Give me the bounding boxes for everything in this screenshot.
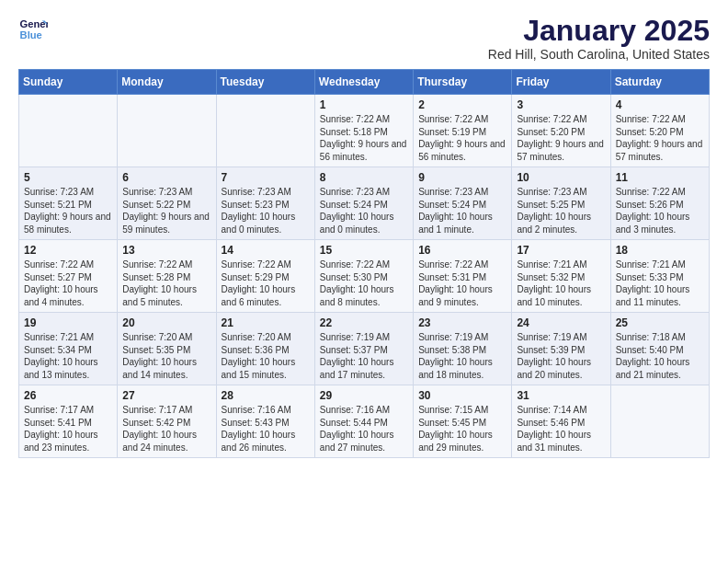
subtitle: Red Hill, South Carolina, United States bbox=[488, 47, 710, 62]
day-number: 2 bbox=[418, 98, 506, 111]
calendar-week-5: 26Sunrise: 7:17 AM Sunset: 5:41 PM Dayli… bbox=[19, 385, 710, 458]
calendar-cell: 4Sunrise: 7:22 AM Sunset: 5:20 PM Daylig… bbox=[610, 95, 709, 167]
day-number: 30 bbox=[418, 389, 506, 402]
calendar-cell: 13Sunrise: 7:22 AM Sunset: 5:28 PM Dayli… bbox=[118, 240, 216, 313]
day-number: 14 bbox=[222, 244, 310, 257]
day-info: Sunrise: 7:23 AM Sunset: 5:24 PM Dayligh… bbox=[418, 186, 506, 236]
day-info: Sunrise: 7:22 AM Sunset: 5:29 PM Dayligh… bbox=[222, 259, 310, 308]
day-number: 23 bbox=[418, 316, 506, 329]
calendar-cell: 24Sunrise: 7:19 AM Sunset: 5:39 PM Dayli… bbox=[512, 313, 610, 385]
calendar-cell: 31Sunrise: 7:14 AM Sunset: 5:46 PM Dayli… bbox=[512, 385, 610, 458]
calendar-cell: 22Sunrise: 7:19 AM Sunset: 5:37 PM Dayli… bbox=[314, 313, 413, 385]
calendar-cell: 6Sunrise: 7:23 AM Sunset: 5:22 PM Daylig… bbox=[118, 167, 216, 240]
day-info: Sunrise: 7:21 AM Sunset: 5:33 PM Dayligh… bbox=[616, 259, 704, 308]
day-number: 22 bbox=[320, 316, 408, 329]
day-info: Sunrise: 7:22 AM Sunset: 5:26 PM Dayligh… bbox=[616, 186, 704, 236]
day-info: Sunrise: 7:23 AM Sunset: 5:21 PM Dayligh… bbox=[24, 186, 112, 236]
day-info: Sunrise: 7:22 AM Sunset: 5:27 PM Dayligh… bbox=[24, 259, 112, 308]
day-number: 6 bbox=[122, 171, 210, 184]
day-info: Sunrise: 7:19 AM Sunset: 5:38 PM Dayligh… bbox=[418, 331, 506, 381]
calendar-week-2: 5Sunrise: 7:23 AM Sunset: 5:21 PM Daylig… bbox=[19, 167, 710, 240]
day-info: Sunrise: 7:20 AM Sunset: 5:36 PM Dayligh… bbox=[222, 331, 310, 381]
svg-text:General: General bbox=[20, 18, 48, 29]
day-info: Sunrise: 7:22 AM Sunset: 5:31 PM Dayligh… bbox=[418, 259, 506, 308]
calendar-cell: 23Sunrise: 7:19 AM Sunset: 5:38 PM Dayli… bbox=[414, 313, 512, 385]
day-number: 18 bbox=[616, 244, 704, 257]
day-info: Sunrise: 7:23 AM Sunset: 5:25 PM Dayligh… bbox=[517, 186, 605, 236]
day-info: Sunrise: 7:15 AM Sunset: 5:45 PM Dayligh… bbox=[418, 404, 506, 454]
weekday-header-tuesday: Tuesday bbox=[216, 70, 314, 95]
day-number: 11 bbox=[616, 171, 704, 184]
calendar-cell: 28Sunrise: 7:16 AM Sunset: 5:43 PM Dayli… bbox=[216, 385, 314, 458]
logo: General Blue bbox=[18, 15, 48, 44]
day-number: 3 bbox=[517, 98, 605, 111]
calendar-header-row: SundayMondayTuesdayWednesdayThursdayFrid… bbox=[19, 70, 710, 95]
calendar-cell: 16Sunrise: 7:22 AM Sunset: 5:31 PM Dayli… bbox=[414, 240, 512, 313]
calendar-week-1: 1Sunrise: 7:22 AM Sunset: 5:18 PM Daylig… bbox=[19, 95, 710, 167]
calendar-cell: 20Sunrise: 7:20 AM Sunset: 5:35 PM Dayli… bbox=[118, 313, 216, 385]
header: General Blue January 2025 Red Hill, Sout… bbox=[18, 15, 710, 62]
day-number: 28 bbox=[222, 389, 310, 402]
calendar-cell: 7Sunrise: 7:23 AM Sunset: 5:23 PM Daylig… bbox=[216, 167, 314, 240]
day-info: Sunrise: 7:19 AM Sunset: 5:37 PM Dayligh… bbox=[320, 331, 408, 381]
calendar-cell: 17Sunrise: 7:21 AM Sunset: 5:32 PM Dayli… bbox=[512, 240, 610, 313]
day-info: Sunrise: 7:23 AM Sunset: 5:24 PM Dayligh… bbox=[320, 186, 408, 236]
calendar-cell: 30Sunrise: 7:15 AM Sunset: 5:45 PM Dayli… bbox=[414, 385, 512, 458]
day-info: Sunrise: 7:22 AM Sunset: 5:19 PM Dayligh… bbox=[418, 113, 506, 163]
day-number: 5 bbox=[24, 171, 112, 184]
logo-icon: General Blue bbox=[18, 15, 48, 44]
calendar-week-4: 19Sunrise: 7:21 AM Sunset: 5:34 PM Dayli… bbox=[19, 313, 710, 385]
calendar-cell: 5Sunrise: 7:23 AM Sunset: 5:21 PM Daylig… bbox=[19, 167, 118, 240]
day-number: 9 bbox=[418, 171, 506, 184]
calendar-cell: 11Sunrise: 7:22 AM Sunset: 5:26 PM Dayli… bbox=[610, 167, 709, 240]
day-info: Sunrise: 7:16 AM Sunset: 5:44 PM Dayligh… bbox=[320, 404, 408, 454]
weekday-header-saturday: Saturday bbox=[610, 70, 709, 95]
calendar-cell: 21Sunrise: 7:20 AM Sunset: 5:36 PM Dayli… bbox=[216, 313, 314, 385]
weekday-header-friday: Friday bbox=[512, 70, 610, 95]
day-number: 29 bbox=[320, 389, 408, 402]
page-title: January 2025 bbox=[488, 15, 710, 47]
calendar-cell: 1Sunrise: 7:22 AM Sunset: 5:18 PM Daylig… bbox=[314, 95, 413, 167]
calendar-cell: 14Sunrise: 7:22 AM Sunset: 5:29 PM Dayli… bbox=[216, 240, 314, 313]
day-number: 8 bbox=[320, 171, 408, 184]
day-info: Sunrise: 7:22 AM Sunset: 5:30 PM Dayligh… bbox=[320, 259, 408, 308]
day-info: Sunrise: 7:21 AM Sunset: 5:34 PM Dayligh… bbox=[24, 331, 112, 381]
day-number: 17 bbox=[517, 244, 605, 257]
calendar-cell: 12Sunrise: 7:22 AM Sunset: 5:27 PM Dayli… bbox=[19, 240, 118, 313]
day-info: Sunrise: 7:14 AM Sunset: 5:46 PM Dayligh… bbox=[517, 404, 605, 454]
weekday-header-wednesday: Wednesday bbox=[314, 70, 413, 95]
day-number: 19 bbox=[24, 316, 112, 329]
day-info: Sunrise: 7:22 AM Sunset: 5:18 PM Dayligh… bbox=[320, 113, 408, 163]
calendar-cell: 8Sunrise: 7:23 AM Sunset: 5:24 PM Daylig… bbox=[314, 167, 413, 240]
day-number: 26 bbox=[24, 389, 112, 402]
svg-text:Blue: Blue bbox=[20, 29, 42, 40]
day-info: Sunrise: 7:20 AM Sunset: 5:35 PM Dayligh… bbox=[122, 331, 210, 381]
day-info: Sunrise: 7:21 AM Sunset: 5:32 PM Dayligh… bbox=[517, 259, 605, 308]
weekday-header-monday: Monday bbox=[118, 70, 216, 95]
calendar-cell: 19Sunrise: 7:21 AM Sunset: 5:34 PM Dayli… bbox=[19, 313, 118, 385]
day-number: 21 bbox=[222, 316, 310, 329]
day-info: Sunrise: 7:17 AM Sunset: 5:42 PM Dayligh… bbox=[122, 404, 210, 454]
day-number: 4 bbox=[616, 98, 704, 111]
calendar-cell: 29Sunrise: 7:16 AM Sunset: 5:44 PM Dayli… bbox=[314, 385, 413, 458]
calendar-cell: 26Sunrise: 7:17 AM Sunset: 5:41 PM Dayli… bbox=[19, 385, 118, 458]
weekday-header-thursday: Thursday bbox=[414, 70, 512, 95]
calendar-cell bbox=[19, 95, 118, 167]
day-info: Sunrise: 7:19 AM Sunset: 5:39 PM Dayligh… bbox=[517, 331, 605, 381]
day-number: 1 bbox=[320, 98, 408, 111]
day-info: Sunrise: 7:23 AM Sunset: 5:23 PM Dayligh… bbox=[222, 186, 310, 236]
calendar-cell: 2Sunrise: 7:22 AM Sunset: 5:19 PM Daylig… bbox=[414, 95, 512, 167]
calendar-cell bbox=[610, 385, 709, 458]
weekday-header-sunday: Sunday bbox=[19, 70, 118, 95]
calendar-cell: 27Sunrise: 7:17 AM Sunset: 5:42 PM Dayli… bbox=[118, 385, 216, 458]
calendar-cell: 10Sunrise: 7:23 AM Sunset: 5:25 PM Dayli… bbox=[512, 167, 610, 240]
calendar-cell: 25Sunrise: 7:18 AM Sunset: 5:40 PM Dayli… bbox=[610, 313, 709, 385]
day-number: 31 bbox=[517, 389, 605, 402]
day-info: Sunrise: 7:16 AM Sunset: 5:43 PM Dayligh… bbox=[222, 404, 310, 454]
calendar-week-3: 12Sunrise: 7:22 AM Sunset: 5:27 PM Dayli… bbox=[19, 240, 710, 313]
day-number: 12 bbox=[24, 244, 112, 257]
calendar-table: SundayMondayTuesdayWednesdayThursdayFrid… bbox=[18, 69, 710, 458]
day-info: Sunrise: 7:18 AM Sunset: 5:40 PM Dayligh… bbox=[616, 331, 704, 381]
day-number: 27 bbox=[122, 389, 210, 402]
day-number: 10 bbox=[517, 171, 605, 184]
